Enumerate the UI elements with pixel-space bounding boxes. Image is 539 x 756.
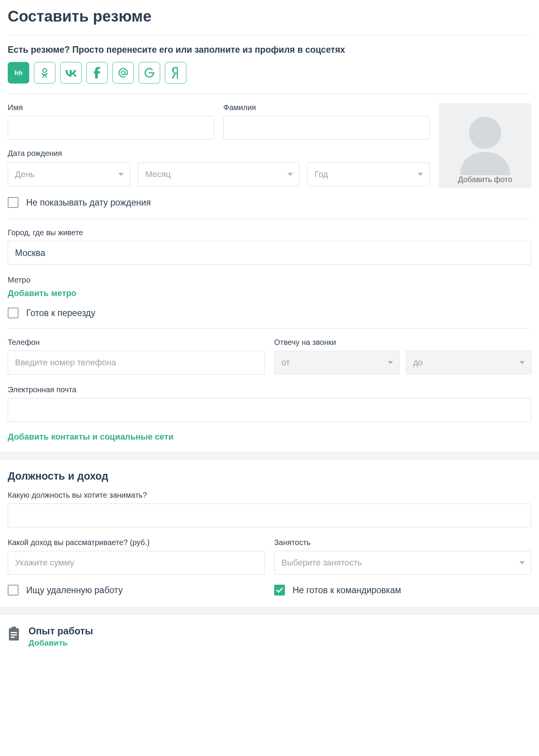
last-name-input[interactable]	[223, 116, 430, 140]
city-label: Город, где вы живете	[8, 228, 531, 237]
svg-point-2	[121, 71, 125, 75]
email-label: Электронная почта	[8, 385, 531, 394]
first-name-label: Имя	[8, 103, 214, 112]
no-trips-label: Не готов к командировкам	[293, 585, 401, 595]
svg-rect-5	[12, 627, 16, 630]
svg-rect-8	[11, 637, 15, 638]
add-photo-button[interactable]: Добавить фото	[439, 103, 531, 188]
chevron-down-icon	[288, 173, 293, 176]
social-ok-button[interactable]	[34, 62, 55, 84]
experience-title: Опыт работы	[28, 626, 93, 637]
divider	[8, 219, 531, 219]
add-metro-link[interactable]: Добавить метро	[8, 288, 77, 298]
phone-input[interactable]	[8, 351, 265, 375]
social-vk-button[interactable]	[60, 62, 82, 84]
avatar-placeholder-icon	[439, 103, 531, 175]
position-label: Какую должность вы хотите занимать?	[8, 491, 531, 500]
position-input[interactable]	[8, 503, 531, 527]
relocate-checkbox[interactable]	[8, 308, 18, 318]
add-photo-label: Добавить фото	[458, 175, 512, 184]
no-trips-checkbox[interactable]	[274, 585, 285, 595]
section-separator	[0, 452, 539, 460]
chevron-down-icon	[118, 173, 124, 176]
phone-label: Телефон	[8, 338, 265, 347]
page-title: Составить резюме	[8, 8, 531, 25]
add-contacts-link[interactable]: Добавить контакты и социальные сети	[8, 432, 174, 442]
social-google-button[interactable]	[139, 62, 160, 84]
divider	[8, 94, 531, 94]
hide-dob-checkbox[interactable]	[8, 197, 18, 208]
dob-year-select[interactable]: Год	[307, 162, 430, 186]
last-name-label: Фамилия	[223, 103, 430, 112]
chevron-down-icon	[519, 561, 525, 564]
social-mailru-button[interactable]	[112, 62, 134, 84]
first-name-input[interactable]	[8, 116, 214, 140]
svg-point-3	[469, 117, 501, 149]
social-import-row: hh	[8, 62, 531, 84]
svg-point-1	[43, 69, 47, 72]
dob-year-placeholder: Год	[315, 169, 328, 179]
calls-label: Отвечу на звонки	[274, 338, 531, 347]
salary-label: Какой доход вы рассматриваете? (руб.)	[8, 538, 265, 547]
employment-placeholder: Выберите занятость	[281, 558, 362, 568]
hide-dob-label: Не показывать дату рождения	[26, 197, 151, 208]
salary-input[interactable]	[8, 551, 265, 575]
dob-label: Дата рождения	[8, 149, 430, 158]
social-yandex-button[interactable]	[165, 62, 186, 84]
section-separator	[0, 607, 539, 615]
social-hh-button[interactable]: hh	[8, 62, 29, 84]
chevron-down-icon	[388, 361, 393, 364]
call-from-placeholder: от	[281, 358, 290, 368]
email-input[interactable]	[8, 398, 531, 422]
metro-label: Метро	[8, 276, 531, 284]
svg-rect-6	[11, 632, 17, 633]
dob-month-placeholder: Месяц	[145, 169, 171, 179]
relocate-label: Готов к переезду	[26, 308, 95, 318]
import-label: Есть резюме? Просто перенесите его или з…	[8, 45, 531, 55]
call-to-placeholder: до	[413, 358, 423, 368]
divider	[8, 35, 531, 35]
call-from-select[interactable]: от	[274, 351, 400, 375]
chevron-down-icon	[418, 173, 423, 176]
position-section-title: Должность и доход	[8, 470, 531, 482]
add-experience-link[interactable]: Добавить	[28, 638, 68, 647]
employment-select[interactable]: Выберите занятость	[274, 551, 531, 575]
clipboard-icon	[8, 627, 20, 641]
dob-month-select[interactable]: Месяц	[138, 162, 300, 186]
svg-rect-7	[11, 634, 17, 636]
remote-work-checkbox[interactable]	[8, 585, 18, 595]
remote-work-label: Ищу удаленную работу	[26, 585, 123, 595]
dob-day-select[interactable]: День	[8, 162, 130, 186]
divider	[8, 328, 531, 329]
dob-day-placeholder: День	[15, 169, 35, 179]
social-facebook-button[interactable]	[86, 62, 108, 84]
employment-label: Занятость	[274, 538, 531, 547]
city-input[interactable]	[8, 241, 531, 265]
svg-text:hh: hh	[15, 69, 23, 77]
call-to-select[interactable]: до	[406, 351, 531, 375]
chevron-down-icon	[519, 361, 525, 364]
